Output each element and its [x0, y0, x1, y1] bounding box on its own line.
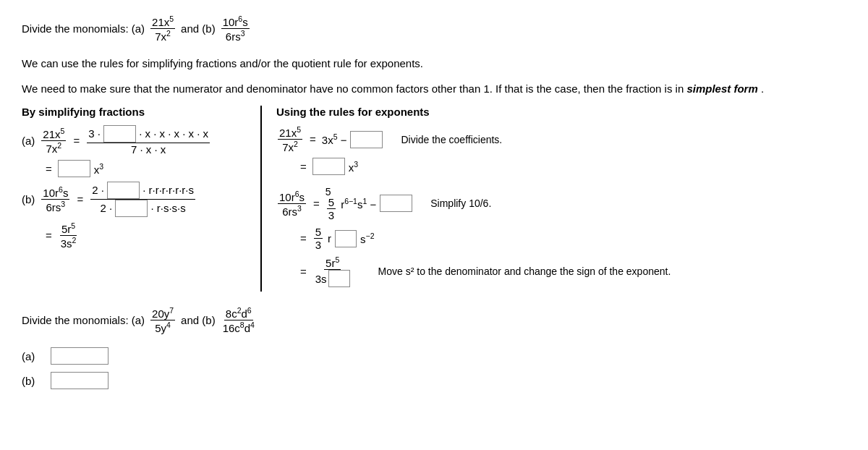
left-b-label: (b) [22, 193, 35, 205]
right-b-input-2[interactable] [335, 230, 357, 247]
paragraph-2: We need to make sure that the numerator … [22, 81, 846, 98]
answer-a-label: (a) [22, 350, 43, 362]
top-and-text: and (b) [181, 22, 216, 35]
right-a-note: Divide the coefficients. [401, 134, 502, 145]
answer-a-input[interactable] [51, 347, 109, 365]
right-a-result-row: = x3 [298, 158, 846, 175]
left-b-result-frac: 5r5 3s2 [59, 221, 78, 250]
left-a-result-input[interactable] [58, 160, 90, 177]
answer-a-row: (a) [22, 347, 846, 365]
right-column: Using the rules for exponents 21x5 7x2 =… [260, 106, 846, 292]
bottom-and-text: and (b) [181, 314, 216, 326]
left-b-input-den[interactable] [115, 200, 148, 217]
left-b-expand-frac: 2 · · r·r·r·r·r·r·s 2 · · r·s·s·s [90, 182, 195, 217]
right-header: Using the rules for exponents [276, 106, 846, 118]
top-frac-b: 10r6s 6rs3 [221, 14, 250, 43]
left-a-frac: 21x5 7x2 [41, 127, 66, 155]
top-frac-b-den: 6rs3 [224, 29, 247, 43]
bottom-frac-b-num: 8c2d6 [224, 306, 253, 320]
bottom-frac-b: 8c2d6 16c8d4 [221, 306, 256, 334]
right-a-result-input[interactable] [312, 158, 345, 175]
answer-b-input[interactable] [51, 372, 109, 389]
right-b-frac: 10r6s 6rs3 [278, 190, 306, 218]
top-frac-a-den: 7x2 [153, 29, 172, 43]
left-a-result-row: = x3 [43, 160, 246, 177]
bottom-problem: Divide the monomials: (a) 20y7 5y4 and (… [22, 306, 846, 334]
left-a-label: (a) [22, 135, 35, 147]
left-a-expand-frac: 3 · · x · x · x · x · x 7 · x · x [87, 125, 210, 156]
right-b-note: Simplify 10/6. [430, 198, 491, 209]
answer-b-label: (b) [22, 375, 43, 387]
bottom-frac-a-den: 5y4 [153, 320, 172, 334]
right-a-frac: 21x5 7x2 [278, 125, 302, 153]
top-frac-b-num: 10r6s [221, 14, 250, 29]
top-frac-a-num: 21x5 [150, 14, 175, 29]
bottom-divide-text: Divide the monomials: (a) [22, 314, 145, 326]
right-a-input-1[interactable] [350, 131, 383, 148]
top-divide-text: Divide the monomials: (a) [22, 22, 145, 35]
left-b-result-row: = 5r5 3s2 [43, 221, 246, 250]
left-a-row: (a) 21x5 7x2 = 3 · · x · x · x · x · x 7… [22, 125, 246, 156]
left-b-frac: 10r6s 6rs3 [41, 185, 69, 213]
top-frac-a: 21x5 7x2 [150, 14, 175, 43]
right-b-row3: = 5r5 3s Move s² to the denominator and … [298, 255, 846, 287]
bottom-frac-b-den: 16c8d4 [221, 320, 256, 334]
left-a-input-1[interactable] [103, 125, 136, 143]
right-b-row2: = 5 3 r s−2 [298, 226, 846, 251]
left-column: By simplifying fractions (a) 21x5 7x2 = … [22, 106, 260, 292]
right-b2-note: Move s² to the denominator and change th… [378, 266, 671, 277]
left-b-row: (b) 10r6s 6rs3 = 2 · · r·r·r·r·r·r·s 2 ·… [22, 182, 246, 217]
paragraph-1: We can use the rules for simplifying fra… [22, 56, 846, 72]
left-header: By simplifying fractions [22, 106, 246, 118]
two-col-section: By simplifying fractions (a) 21x5 7x2 = … [22, 106, 846, 292]
left-b-input-num[interactable] [107, 182, 140, 199]
bottom-frac-a-num: 20y7 [150, 306, 175, 320]
right-b-row1: 10r6s 6rs3 = 5 5 3 r6−1s1 − Simplify 10/… [276, 185, 846, 221]
right-b-input-1[interactable] [380, 195, 412, 212]
right-a-row1: 21x5 7x2 = 3x5 − Divide the coefficients… [276, 125, 846, 153]
bottom-frac-a: 20y7 5y4 [150, 306, 175, 334]
right-b-input-3[interactable] [328, 270, 350, 287]
top-problem: Divide the monomials: (a) 21x5 7x2 and (… [22, 14, 846, 43]
answer-b-row: (b) [22, 372, 846, 389]
